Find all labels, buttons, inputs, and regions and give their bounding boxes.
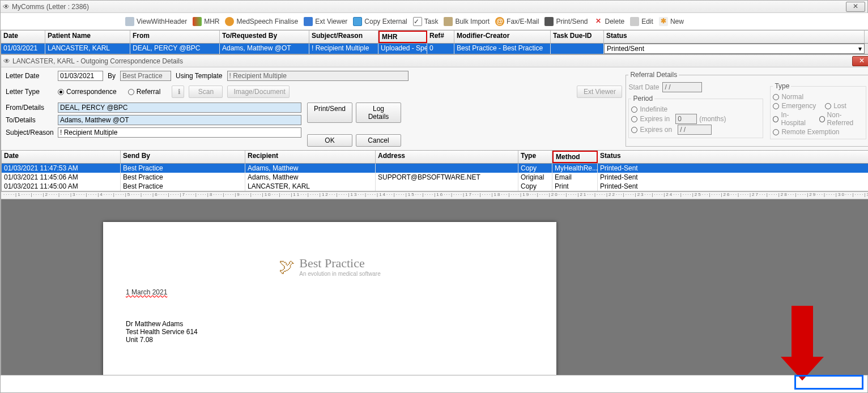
main-titlebar: 👁 MyComms (Letter : 2386) ✕ [1,1,867,13]
by-label: By [108,72,116,80]
window-title: MyComms (Letter : 2386) [12,3,89,11]
col-taskdue[interactable]: Task Due-ID [551,31,604,43]
letterdate-field[interactable]: 01/03/2021 [58,71,103,81]
col-ref[interactable]: Ref# [427,31,454,43]
mhr-button[interactable]: MHR [193,17,219,26]
template-field: ! Recipient Multiple [227,71,409,81]
log-row[interactable]: 01/03/2021 11:47:53 AMBest PracticeAdams… [2,164,868,173]
referral-radio[interactable]: Referral [128,88,161,96]
dialog-titlebar: 👁 LANCASTER, KARL - Outgoing Corresponde… [1,55,868,67]
info-button: ℹ [172,86,184,98]
letters-grid[interactable]: Date Patient Name From To/Requested By S… [1,30,868,54]
log-row[interactable]: 01/03/2021 11:45:00 AMBest PracticeLANCA… [2,182,868,191]
scroll-down-icon[interactable]: ▼ [865,44,868,54]
ruler: ·····|1····|····|2····|····|3····|····|4… [1,191,868,199]
fromdetails-label: From/Details [6,104,53,112]
col-modifier[interactable]: Modifier-Creator [454,31,551,43]
fromdetails-field[interactable]: DEAL, PERCY @BPC [58,102,301,113]
col-patient[interactable]: Patient Name [45,31,130,43]
bulk-button[interactable]: Bulk Import [444,17,490,26]
col-date[interactable]: Date [1,31,45,43]
todetails-label: To/Details [6,116,53,124]
copyext-button[interactable]: Copy External [353,17,407,26]
template-label: Using Template [176,72,223,80]
task-button[interactable]: ✓Task [413,17,439,26]
delete-button[interactable]: ✕Delete [594,17,625,26]
col-mhr[interactable]: MHR [378,31,427,43]
status-dropdown[interactable]: Printed/Sent▾ [604,44,865,54]
main-toolbar: ViewWithHeader MHR MedSpeech Finalise Ex… [1,13,868,30]
document-preview[interactable]: 🕊 Best Practice An evolution in medical … [1,199,868,375]
extviewer-button[interactable]: Ext Viewer [304,17,347,26]
new-button[interactable]: ✱New [659,17,684,26]
viewheader-button[interactable]: ViewWithHeader [125,17,187,26]
col-from[interactable]: From [130,31,220,43]
letterdate-label: Letter Date [6,72,53,80]
logdetails-button[interactable]: Log Details [356,102,401,123]
doc-addr2: Test Health Service 614 [126,328,534,336]
close-button[interactable]: ✕ [846,2,865,12]
dialog-title: LANCASTER, KARL - Outgoing Correspondenc… [12,57,183,65]
subject-field[interactable]: ! Recipient Multiple [58,127,301,138]
by-field: Best Practice [120,71,171,81]
eye-icon: 👁 [3,57,10,65]
cancel-button[interactable]: Cancel [356,134,401,147]
correspondence-radio[interactable]: Correspondence [58,88,117,96]
log-row[interactable]: 01/03/2021 11:45:06 AMBest PracticeAdams… [2,173,868,182]
printsend-button[interactable]: Print/Send [307,102,352,123]
lettertype-label: Letter Type [6,88,53,96]
subject-label: Subject/Reason [6,129,53,136]
edit-button[interactable]: Edit [630,17,653,26]
scan-button: Scan [189,86,223,98]
highlight-annotation [794,375,863,390]
logo-subtitle: An evolution in medical software [299,271,380,277]
doc-addr3: Unit 7.08 [126,336,534,344]
doc-addr1: Dr Matthew Adams [126,320,534,328]
col-subject[interactable]: Subject/Reason [309,31,378,43]
referral-details-group: Referral Details Start Date / / Period I… [626,71,868,147]
doc-date: 1 March 2021 [126,288,534,296]
printsend-button[interactable]: Print/Send [544,17,588,26]
letters-row[interactable]: 01/03/2021 LANCASTER, KARL DEAL, PERCY @… [1,44,868,54]
todetails-field[interactable]: Adams, Matthew @OT [58,115,301,125]
referral-legend: Referral Details [628,71,679,79]
col-status[interactable]: Status [604,31,865,43]
extviewer-button: Ext Viewer [577,86,622,98]
eye-icon: 👁 [3,3,10,11]
dialog-close-button[interactable]: ✕ [852,56,868,66]
medspeech-button[interactable]: MedSpeech Finalise [225,17,298,26]
col-to[interactable]: To/Requested By [220,31,309,43]
ok-button[interactable]: OK [307,134,352,147]
bird-icon: 🕊 [279,257,295,276]
logo-title: Best Practice [299,256,380,271]
scroll-up-icon[interactable]: ▲ [865,31,868,43]
send-log-grid[interactable]: Date Send By Recipient Address Type Meth… [1,150,868,191]
imagedoc-button: Image/Document [227,86,290,98]
fax-button[interactable]: @Fax/E-Mail [495,17,539,26]
